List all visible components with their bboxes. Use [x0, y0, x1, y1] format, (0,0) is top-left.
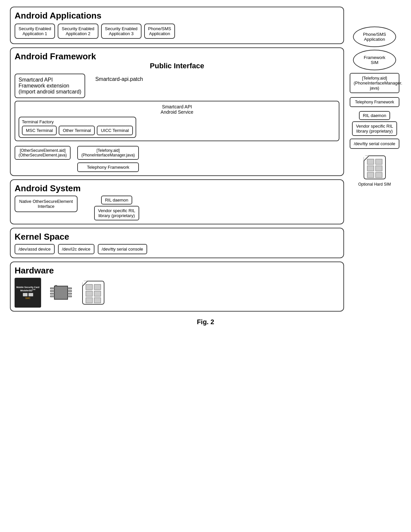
- right-phone-sms-oval: Phone/SMS Application: [353, 27, 396, 47]
- dev-i2c-label: /dev/i2c device: [62, 247, 90, 252]
- svg-rect-3: [50, 293, 54, 294]
- svg-rect-7: [68, 293, 72, 294]
- chip-icon: [48, 281, 74, 304]
- app-label-2: Security EnabledApplication 2: [62, 26, 94, 36]
- svg-rect-11: [94, 284, 101, 290]
- svg-rect-15: [94, 298, 101, 303]
- right-column: Phone/SMS Application FrameworkSIM [Tele…: [348, 7, 401, 187]
- right-ril-group: RIL daemon Vendor specific RILlibrary (p…: [352, 111, 397, 136]
- svg-rect-21: [367, 166, 374, 171]
- apps-row: Security EnabledApplication 1 Security E…: [15, 24, 339, 39]
- hardware-section: Hardware Mobile Security Card MobileSDLi…: [10, 262, 344, 312]
- fig-caption: Fig. 2: [197, 318, 214, 326]
- other-terminal-box: Other Terminal: [59, 126, 95, 135]
- app-box-2: Security EnabledApplication 2: [58, 24, 98, 39]
- android-applications-title: Android Applications: [15, 11, 339, 21]
- dev-i2c-box: /dev/i2c device: [58, 244, 94, 254]
- telephony-framework-left-label: Telephony Framework: [87, 165, 129, 170]
- svg-rect-5: [68, 288, 72, 289]
- svg-rect-6: [68, 290, 72, 292]
- ril-daemon-label-main: RIL daemon: [105, 198, 128, 203]
- service-title: Smartcard APIAndroid Service: [19, 104, 335, 115]
- aid-row: [OtherSecureElement.aid](OtherSecureElem…: [15, 146, 339, 172]
- app-label-3: Security EnabledApplication 3: [105, 26, 138, 36]
- other-terminal-label: Other Terminal: [63, 128, 91, 133]
- other-secure-element-box: [OtherSecureElement.aid](OtherSecureElem…: [15, 146, 71, 160]
- dev-tty-right-box: /dev/tty serial console: [350, 139, 399, 149]
- uicc-terminal-label: UICC Terminal: [101, 128, 129, 133]
- hardware-inner: Mobile Security Card MobileSDLite SMC: [15, 278, 339, 308]
- telefony-aid-left-label: [Telefony.aid](PhoneInterfaceManager.jav…: [81, 148, 135, 157]
- framework-inner: Smartcard APIFramework extension(Import …: [15, 74, 339, 172]
- right-phone-sms-label: Phone/SMS Application: [363, 32, 386, 42]
- ril-group-main: RIL daemon Vendor specific RILlibrary (p…: [94, 196, 139, 220]
- hardware-title: Hardware: [15, 266, 339, 276]
- kernel-space-title: Kernel Space: [15, 232, 339, 242]
- svg-rect-10: [86, 284, 92, 290]
- telefony-aid-right-box: [Telefony.aid](PhoneInterfaceManager.jav…: [350, 73, 399, 93]
- telephony-framework-right-label: Telephony Framework: [355, 100, 394, 104]
- sim-card-icon-1: [81, 279, 106, 306]
- dev-tty-right-label: /dev/tty serial console: [354, 141, 395, 146]
- svg-rect-23: [367, 172, 374, 178]
- msc-terminal-box: MSC Terminal: [22, 126, 57, 135]
- diagram-wrapper: Android Applications Security EnabledApp…: [10, 7, 401, 312]
- framework-sim-oval: FrameworkSIM: [353, 50, 396, 70]
- android-framework-section: Android Framework Public Interface Smart…: [10, 47, 344, 176]
- terminals-row: MSC Terminal Other Terminal UICC Termina…: [22, 126, 133, 135]
- android-system-title: Android System: [15, 183, 339, 194]
- native-other-secure-element-label: Native OtherSecureElementInterface: [19, 199, 73, 209]
- dev-tty-main-box: /dev/tty serial console: [98, 244, 147, 254]
- vendor-ril-right-box: Vendor specific RILlibrary (proprietary): [352, 121, 397, 136]
- dev-assd-label: /dev/assd device: [19, 247, 51, 252]
- system-inner: Native OtherSecureElementInterface RIL d…: [15, 196, 339, 220]
- app-label-1: Security EnabledApplication 1: [19, 26, 51, 36]
- vendor-ril-right-label: Vendor specific RILlibrary (proprietary): [356, 124, 393, 134]
- dev-tty-main-label: /dev/tty serial console: [102, 247, 143, 252]
- svg-rect-22: [376, 166, 382, 171]
- telephony-framework-left-box: Telephony Framework: [77, 162, 139, 172]
- terminal-factory-label: Terminal Factory: [22, 119, 133, 124]
- svg-rect-19: [367, 159, 374, 164]
- kernel-space-section: Kernel Space /dev/assd device /dev/i2c d…: [10, 228, 344, 258]
- vendor-ril-label-main: Vendor specific RILlibrary (proprietary): [98, 208, 135, 218]
- smartcard-api-extension-box: Smartcard APIFramework extension(Import …: [15, 74, 85, 98]
- telefony-aid-right-label: [Telefony.aid](PhoneInterfaceManager.jav…: [354, 76, 402, 90]
- msc-terminal-label: MSC Terminal: [26, 128, 53, 133]
- terminal-factory-box: Terminal Factory MSC Terminal Other Term…: [19, 117, 136, 138]
- android-applications-section: Android Applications Security EnabledApp…: [10, 7, 344, 44]
- android-framework-title: Android Framework: [15, 51, 339, 62]
- public-interface-title: Public Interface: [15, 62, 339, 70]
- telephony-framework-right-box: Telephony Framework: [350, 97, 399, 107]
- svg-rect-4: [50, 296, 54, 297]
- telefony-aid-left-box: [Telefony.aid](PhoneInterfaceManager.jav…: [77, 146, 139, 160]
- uicc-terminal-box: UICC Terminal: [97, 126, 133, 135]
- vendor-ril-box-main: Vendor specific RILlibrary (proprietary): [94, 206, 139, 220]
- app-box-3: Security EnabledApplication 3: [101, 24, 142, 39]
- app-label-4: Phone/SMSApplication: [148, 26, 171, 36]
- ril-daemon-box-main: RIL daemon: [101, 196, 132, 205]
- sd-card-icon: Mobile Security Card MobileSDLite SMC: [15, 278, 41, 308]
- smartcard-api-service-box: Smartcard APIAndroid Service Terminal Fa…: [15, 101, 339, 141]
- ril-daemon-right-label: RIL daemon: [363, 113, 386, 118]
- svg-rect-13: [94, 291, 101, 296]
- native-other-secure-element-box: Native OtherSecureElementInterface: [15, 196, 78, 212]
- smartcard-api-extension-label: Smartcard APIFramework extension(Import …: [19, 77, 81, 95]
- app-box-1: Security EnabledApplication 1: [15, 24, 55, 39]
- svg-rect-24: [376, 172, 382, 178]
- dev-assd-box: /dev/assd device: [15, 244, 55, 254]
- right-sim-group: Optional Hard SIM: [358, 154, 391, 187]
- patch-text: Smartcard-api.patch: [95, 76, 143, 82]
- svg-rect-12: [86, 291, 92, 296]
- svg-rect-20: [376, 159, 382, 164]
- svg-rect-1: [50, 288, 54, 289]
- smartcard-api-patch-label: Smartcard-api.patch: [95, 74, 143, 82]
- svg-rect-8: [68, 296, 72, 297]
- sim-card-icon-right: [362, 154, 387, 181]
- svg-rect-0: [54, 286, 68, 299]
- framework-sim-label: FrameworkSIM: [364, 55, 385, 65]
- main-column: Android Applications Security EnabledApp…: [10, 7, 344, 312]
- app-box-4: Phone/SMSApplication: [144, 24, 175, 39]
- svg-rect-2: [50, 290, 54, 292]
- kernel-inner: /dev/assd device /dev/i2c device /dev/tt…: [15, 244, 339, 254]
